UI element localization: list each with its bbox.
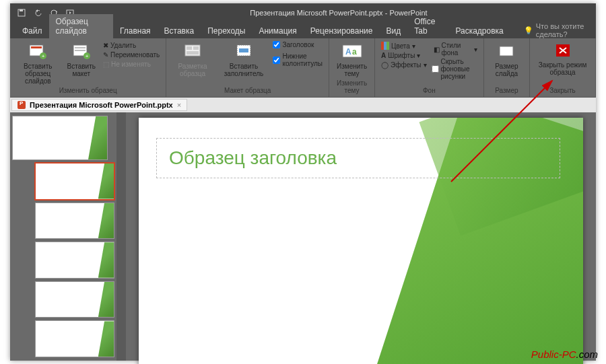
effects-button[interactable]: ◯Эффекты▾ — [379, 61, 428, 69]
svg-rect-9 — [75, 47, 86, 48]
thumbnail-scrollbar[interactable] — [116, 112, 126, 361]
checkbox-title[interactable]: Заголовок — [273, 41, 325, 48]
tab-animations[interactable]: Анимация — [252, 24, 303, 38]
tab-review[interactable]: Рецензирование — [304, 24, 380, 38]
title-placeholder[interactable]: Образец заголовка — [156, 138, 560, 178]
tab-storyboard[interactable]: Раскадровка — [448, 24, 510, 38]
close-master-view-label: Закрыть режим образца — [537, 61, 588, 76]
save-icon[interactable] — [17, 8, 26, 17]
preserve-button[interactable]: ⬚Не изменять — [101, 60, 162, 69]
fonts-icon: A — [381, 52, 386, 59]
themes-label: Изменить тему — [336, 63, 368, 77]
watermark: Public-PC.com — [531, 349, 598, 360]
insert-layout-button[interactable]: + Вставить макет — [65, 41, 98, 79]
group-size-label: Размер — [488, 87, 525, 94]
slide-canvas[interactable]: Образец заголовка — [139, 118, 583, 364]
group-master-layout-label: Макет образца — [170, 87, 325, 94]
checkbox-hide-bg[interactable]: Скрыть фоновые рисунки — [432, 58, 479, 80]
insert-layout-label: Вставить макет — [67, 63, 96, 77]
svg-rect-14 — [187, 46, 192, 50]
group-close-label: Закрыть — [534, 87, 591, 94]
svg-rect-15 — [193, 46, 199, 50]
rename-icon: ✎ — [103, 51, 108, 59]
tab-office-tab[interactable]: Office Tab — [407, 14, 448, 38]
group-size: Размер слайда Размер — [484, 38, 530, 97]
tab-transitions[interactable]: Переходы — [201, 24, 252, 38]
master-layout-label: Разметка образца — [173, 63, 211, 77]
group-edit-master: + Вставить образец слайдов + Вставить ма… — [10, 38, 166, 97]
svg-text:a: a — [352, 47, 357, 57]
layout-thumbnail-3[interactable] — [36, 242, 114, 278]
svg-text:A: A — [345, 47, 351, 57]
window-title: Презентация Microsoft PowerPoint.pptx - … — [81, 9, 596, 17]
insert-slide-master-button[interactable]: + Вставить образец слайдов — [14, 41, 62, 86]
svg-text:+: + — [85, 53, 88, 59]
slide-size-label: Размер слайда — [491, 63, 523, 77]
dropdown-icon: ▾ — [417, 52, 420, 59]
preserve-icon: ⬚ — [103, 61, 109, 68]
delete-button[interactable]: ✖Удалить — [101, 41, 162, 50]
fonts-button[interactable]: AШрифты▾ — [379, 51, 428, 60]
layout-thumbnail-1[interactable] — [36, 163, 114, 199]
effects-icon: ◯ — [381, 61, 389, 69]
checkbox-hide-bg-input[interactable] — [432, 65, 439, 73]
tell-me[interactable]: 💡 Что вы хотите сделать? — [524, 22, 596, 38]
workspace: Образец заголовка — [10, 112, 596, 361]
layout-thumbnail-5[interactable] — [36, 321, 114, 357]
document-tab[interactable]: Презентация Microsoft PowerPoint.pptx × — [11, 99, 187, 111]
group-edit-theme-label: Изменить тему — [333, 79, 370, 94]
svg-rect-5 — [31, 46, 42, 48]
delete-icon: ✖ — [103, 42, 108, 49]
tell-me-label: Что вы хотите сделать? — [536, 22, 596, 38]
dropdown-icon: ▾ — [474, 46, 477, 53]
svg-rect-1 — [20, 9, 23, 11]
close-master-view-button[interactable]: Закрыть режим образца — [534, 41, 591, 77]
tab-view[interactable]: Вид — [379, 24, 407, 38]
tab-home[interactable]: Главная — [113, 24, 158, 38]
document-tab-label: Презентация Microsoft PowerPoint.pptx — [30, 101, 173, 109]
svg-rect-24 — [386, 42, 389, 50]
group-background: Цвета▾ AШрифты▾ ◯Эффекты▾ ◧Стили фона▾ С… — [375, 38, 484, 97]
tab-file[interactable]: Файл — [15, 24, 49, 38]
checkbox-title-input[interactable] — [273, 41, 280, 48]
tab-insert[interactable]: Вставка — [158, 24, 201, 38]
group-master-layout: Разметка образца Вставить заполнитель За… — [166, 38, 329, 97]
svg-rect-10 — [75, 50, 86, 51]
close-tab-icon[interactable]: × — [177, 101, 181, 109]
ribbon: + Вставить образец слайдов + Вставить ма… — [10, 38, 596, 98]
slide-size-button[interactable]: Размер слайда — [488, 41, 525, 79]
tab-slide-master[interactable]: Образец слайдов — [49, 14, 113, 38]
checkbox-footers-input[interactable] — [273, 57, 280, 64]
colors-button[interactable]: Цвета▾ — [379, 41, 428, 50]
undo-icon[interactable] — [33, 8, 42, 17]
slide-canvas-area: Образец заголовка — [126, 112, 596, 361]
rename-button[interactable]: ✎Переименовать — [101, 50, 162, 59]
svg-rect-22 — [381, 42, 384, 50]
layout-thumbnail-2[interactable] — [36, 203, 114, 239]
group-edit-theme: Aa Изменить тему Изменить тему — [329, 38, 375, 97]
svg-rect-23 — [384, 42, 386, 50]
bg-styles-button[interactable]: ◧Стили фона▾ — [432, 41, 479, 57]
svg-rect-18 — [239, 48, 248, 52]
bulb-icon: 💡 — [524, 26, 533, 35]
insert-slide-master-label: Вставить образец слайдов — [17, 63, 59, 85]
group-close: Закрыть режим образца Закрыть — [530, 38, 596, 97]
checkbox-footers[interactable]: Нижние колонтитулы — [273, 52, 325, 67]
layout-thumbnail-4[interactable] — [36, 282, 114, 318]
bg-styles-icon: ◧ — [434, 46, 440, 53]
watermark-red: Public-PC — [531, 349, 576, 360]
group-background-label: Фон — [379, 87, 479, 94]
document-tab-bar: Презентация Microsoft PowerPoint.pptx × — [10, 98, 596, 112]
insert-placeholder-button[interactable]: Вставить заполнитель — [217, 41, 271, 79]
dropdown-icon: ▾ — [412, 42, 415, 50]
themes-button[interactable]: Aa Изменить тему — [333, 41, 370, 79]
powerpoint-icon — [18, 101, 26, 109]
insert-placeholder-label: Вставить заполнитель — [220, 63, 268, 77]
svg-rect-25 — [500, 46, 513, 56]
watermark-rest: .com — [576, 349, 598, 360]
thumbnail-pane[interactable] — [10, 112, 116, 361]
svg-text:+: + — [42, 53, 45, 59]
master-thumbnail[interactable] — [13, 116, 107, 159]
svg-rect-16 — [187, 51, 199, 54]
title-placeholder-text: Образец заголовка — [169, 147, 337, 169]
